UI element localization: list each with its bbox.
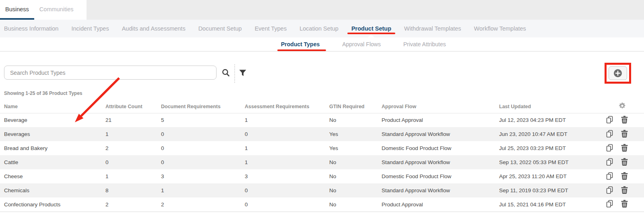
cell-gtin-required: No [329, 155, 382, 169]
cell-approval-flow: Product Approval [382, 197, 499, 212]
cell-approval-flow: Domestic Food Product Flow [382, 169, 499, 183]
cell-document-requirements: 1 [161, 183, 245, 197]
cell-name: Chemicals [0, 183, 105, 197]
col-header-attribute-count[interactable]: Attribute Count [105, 100, 161, 113]
nav-tab-business-information[interactable]: Business Information [4, 20, 58, 37]
cell-document-requirements: 5 [161, 113, 245, 127]
filter-icon[interactable] [237, 68, 248, 78]
cell-assessment-requirements: 0 [245, 127, 329, 141]
table-row[interactable]: Bread and Bakery 2 0 1 Yes Domestic Food… [0, 141, 644, 155]
cell-approval-flow: Standard Approval Workflow [382, 183, 499, 197]
trash-icon[interactable] [621, 144, 628, 153]
trash-icon[interactable] [621, 200, 628, 209]
cell-attribute-count: 1 [105, 169, 161, 183]
table-header-row: Name Attribute Count Document Requiremen… [0, 100, 644, 113]
subnav-tab-product-types[interactable]: Product Types [281, 41, 320, 47]
copy-icon[interactable] [606, 172, 613, 181]
settings-nav: Business InformationIncident TypesAudits… [0, 20, 644, 37]
add-product-type-button[interactable] [609, 66, 627, 80]
cell-attribute-count: 2 [105, 141, 161, 155]
cell-gtin-required: No [329, 113, 382, 127]
copy-icon[interactable] [606, 130, 613, 139]
gear-icon[interactable] [619, 103, 625, 110]
cell-last-updated: Sep 13, 2022 05:33 PM EDT [499, 155, 600, 169]
active-tab-notch [368, 34, 374, 37]
col-header-gtin-required[interactable]: GTIN Required [329, 100, 382, 113]
copy-icon[interactable] [606, 200, 613, 209]
cell-last-updated: Sep 11, 2019 03:23 PM EDT [499, 183, 600, 197]
toolbar [0, 64, 644, 85]
nav-tab-audits-and-assessments[interactable]: Audits and Assessments [122, 20, 186, 37]
cell-last-updated: Jun 23, 2020 10:47 AM EDT [499, 127, 600, 141]
cell-name: Bread and Bakery [0, 141, 105, 155]
table-row[interactable]: Confectionary Products 2 2 0 No Product … [0, 197, 644, 212]
cell-gtin-required: Yes [329, 127, 382, 141]
cell-name: Cheese [0, 169, 105, 183]
cell-assessment-requirements: 0 [245, 183, 329, 197]
subnav-tab-private-attributes[interactable]: Private Attributes [403, 41, 446, 47]
cell-gtin-required: Yes [329, 141, 382, 155]
results-summary: Showing 1-25 of 36 Product Types [4, 90, 644, 96]
plus-icon [613, 69, 622, 78]
nav-tab-withdrawal-templates[interactable]: Withdrawal Templates [404, 20, 461, 37]
cell-document-requirements: 0 [161, 155, 245, 169]
top-tab-strip: BusinessCommunities [0, 0, 644, 20]
search-input[interactable] [4, 66, 217, 80]
copy-icon[interactable] [606, 144, 613, 153]
cell-assessment-requirements: 3 [245, 169, 329, 183]
red-underline-annotation [277, 49, 326, 51]
cell-name: Confectionary Products [0, 197, 105, 212]
trash-icon[interactable] [621, 130, 628, 139]
nav-tab-location-setup[interactable]: Location Setup [299, 20, 339, 37]
top-tab-communities[interactable]: Communities [34, 0, 79, 20]
col-header-assessment-requirements[interactable]: Assessment Requirements [245, 100, 329, 113]
cell-document-requirements: 0 [161, 141, 245, 155]
subnav-tab-approval-flows[interactable]: Approval Flows [342, 41, 381, 47]
cell-last-updated: Jul 25, 2023 03:23 PM EDT [499, 141, 600, 155]
copy-icon[interactable] [606, 158, 613, 167]
nav-tab-incident-types[interactable]: Incident Types [71, 20, 109, 37]
cell-approval-flow: Standard Approval Workflow [382, 127, 499, 141]
trash-icon[interactable] [621, 158, 628, 167]
col-header-last-updated[interactable]: Last Updated [499, 100, 600, 113]
nav-tab-product-setup[interactable]: Product Setup [351, 20, 391, 37]
top-tabs: BusinessCommunities [0, 0, 87, 20]
table-row[interactable]: Cattle 0 0 1 No Standard Approval Workfl… [0, 155, 644, 169]
cell-approval-flow: Product Approval [382, 113, 499, 127]
cell-document-requirements: 3 [161, 169, 245, 183]
cell-gtin-required: No [329, 169, 382, 183]
cell-name: Beverage [0, 113, 105, 127]
trash-icon[interactable] [621, 186, 628, 195]
table-row[interactable]: Chemicals 8 1 0 No Standard Approval Wor… [0, 183, 644, 197]
cell-gtin-required: No [329, 183, 382, 197]
add-button-annotation-box [605, 63, 631, 84]
product-types-table: Name Attribute Count Document Requiremen… [0, 100, 644, 212]
col-header-approval-flow[interactable]: Approval Flow [382, 100, 499, 113]
nav-tab-document-setup[interactable]: Document Setup [198, 20, 242, 37]
trash-icon[interactable] [621, 116, 628, 125]
search-icon[interactable] [221, 68, 231, 78]
top-tab-business[interactable]: Business [0, 0, 34, 20]
cell-name: Beverages [0, 127, 105, 141]
trash-icon[interactable] [621, 172, 628, 181]
copy-icon[interactable] [606, 186, 613, 195]
cell-assessment-requirements: 1 [245, 141, 329, 155]
col-header-name[interactable]: Name [0, 100, 105, 113]
cell-name: Cattle [0, 155, 105, 169]
copy-icon[interactable] [606, 116, 613, 125]
table-row[interactable]: Beverage 21 5 1 No Product Approval Jul … [0, 113, 644, 127]
cell-assessment-requirements: 1 [245, 155, 329, 169]
cell-attribute-count: 8 [105, 183, 161, 197]
search-box [4, 66, 217, 80]
cell-approval-flow: Standard Approval Workflow [382, 155, 499, 169]
nav-tab-workflow-templates[interactable]: Workflow Templates [474, 20, 526, 37]
cell-document-requirements: 0 [161, 127, 245, 141]
cell-attribute-count: 0 [105, 155, 161, 169]
cell-last-updated: Jul 15, 2021 04:16 PM EDT [499, 197, 600, 212]
col-header-document-requirements[interactable]: Document Requirements [161, 100, 245, 113]
cell-document-requirements: 2 [161, 197, 245, 212]
nav-tab-event-types[interactable]: Event Types [255, 20, 287, 37]
cell-attribute-count: 21 [105, 113, 161, 127]
table-row[interactable]: Beverages 1 0 0 Yes Standard Approval Wo… [0, 127, 644, 141]
table-row[interactable]: Cheese 1 3 3 No Domestic Food Product Fl… [0, 169, 644, 183]
